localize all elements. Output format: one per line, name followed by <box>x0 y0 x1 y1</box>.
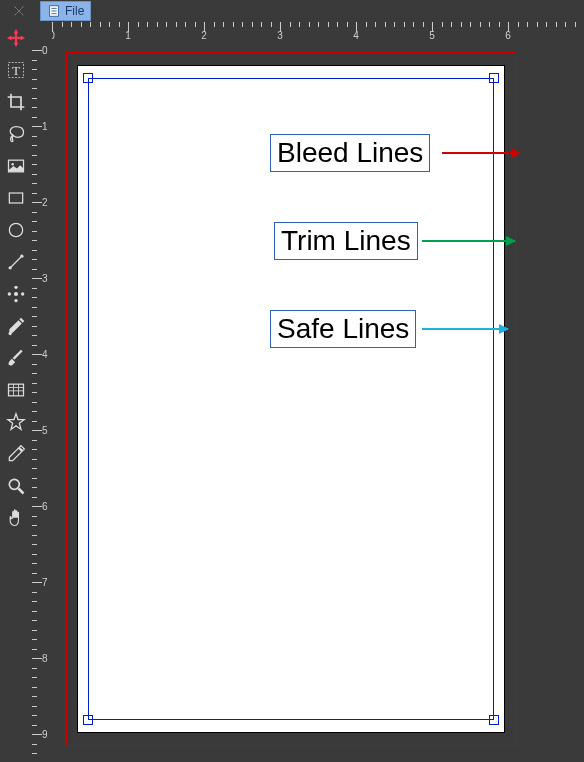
hand-icon <box>6 508 26 528</box>
safe-arrow <box>422 328 508 330</box>
nodes-tool[interactable] <box>2 280 30 308</box>
canvas-area[interactable]: Bleed Lines Trim Lines Safe Lines <box>52 42 584 762</box>
lasso-icon <box>6 124 26 144</box>
svg-point-26 <box>9 479 19 489</box>
svg-point-18 <box>8 292 11 295</box>
line-icon <box>6 252 26 272</box>
move-icon <box>6 28 26 48</box>
eyedropper-icon <box>6 444 26 464</box>
text-tool[interactable]: T <box>2 56 30 84</box>
text-icon: T <box>6 60 26 80</box>
bleed-arrow <box>442 152 520 154</box>
svg-point-17 <box>14 299 17 302</box>
table-icon <box>6 380 26 400</box>
document-tab[interactable]: File <box>40 1 91 21</box>
crop-icon <box>6 92 26 112</box>
line-tool[interactable] <box>2 248 30 276</box>
brush-tool[interactable] <box>2 344 30 372</box>
document-icon <box>47 4 61 18</box>
eyedropper-fill-icon <box>6 316 26 336</box>
svg-rect-10 <box>9 193 22 203</box>
move-tool[interactable] <box>2 24 30 52</box>
svg-point-9 <box>11 163 14 166</box>
svg-point-19 <box>21 292 24 295</box>
rectangle-icon <box>6 188 26 208</box>
zoom-icon <box>6 476 26 496</box>
image-icon <box>6 156 26 176</box>
svg-point-20 <box>9 332 12 335</box>
trim-arrow <box>422 240 515 242</box>
zoom-tool[interactable] <box>2 472 30 500</box>
star-icon <box>6 412 26 432</box>
svg-line-14 <box>11 257 21 267</box>
svg-rect-21 <box>9 384 24 396</box>
crop-tool[interactable] <box>2 88 30 116</box>
svg-text:T: T <box>12 63 20 78</box>
lasso-tool[interactable] <box>2 120 30 148</box>
trim-label[interactable]: Trim Lines <box>274 222 418 260</box>
bleed-label[interactable]: Bleed Lines <box>270 134 430 172</box>
safe-rect <box>88 78 494 720</box>
left-toolbar: T <box>0 22 32 762</box>
svg-line-27 <box>19 489 24 494</box>
ruler-corner <box>32 22 52 42</box>
svg-point-16 <box>14 286 17 289</box>
vertical-ruler: 0123456789 <box>32 42 52 762</box>
table-tool[interactable] <box>2 376 30 404</box>
image-tool[interactable] <box>2 152 30 180</box>
eyedropper-fill-tool[interactable] <box>2 312 30 340</box>
ellipse-tool[interactable] <box>2 216 30 244</box>
rectangle-tool[interactable] <box>2 184 30 212</box>
svg-point-15 <box>14 292 18 296</box>
star-tool[interactable] <box>2 408 30 436</box>
brush-icon <box>6 348 26 368</box>
nodes-icon <box>6 284 26 304</box>
close-tab-button[interactable] <box>0 0 38 22</box>
svg-point-11 <box>9 223 22 236</box>
ellipse-icon <box>6 220 26 240</box>
safe-label[interactable]: Safe Lines <box>270 310 416 348</box>
tab-title: File <box>65 4 84 18</box>
eyedropper-tool[interactable] <box>2 440 30 468</box>
title-bar: File <box>0 0 584 22</box>
close-icon <box>12 4 26 18</box>
hand-tool[interactable] <box>2 504 30 532</box>
horizontal-ruler: 0123456 <box>32 22 584 42</box>
